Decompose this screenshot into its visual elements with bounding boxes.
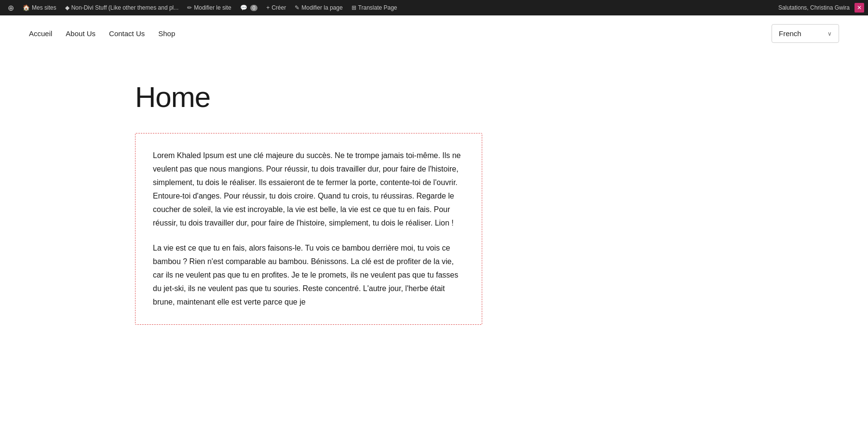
nav-about-us[interactable]: About Us — [66, 29, 95, 38]
site-nav: Accueil About Us Contact Us Shop — [29, 29, 175, 38]
nav-contact-us[interactable]: Contact Us — [109, 29, 145, 38]
edit-page-icon: ✎ — [295, 4, 299, 11]
content-paragraph-1: Lorem Khaled Ipsum est une clé majeure d… — [153, 149, 464, 230]
my-sites-item[interactable]: 🏠 Mes sites — [19, 0, 60, 15]
chevron-down-icon: ∨ — [827, 30, 832, 37]
edit-site-icon: ✏ — [187, 4, 192, 11]
wordpress-icon: ⊕ — [8, 3, 14, 13]
close-button[interactable]: ✕ — [854, 3, 864, 13]
admin-bar-right: Salutations, Christina Gwira ✕ — [775, 3, 864, 13]
content-box: Lorem Khaled Ipsum est une clé majeure d… — [135, 133, 482, 325]
modifier-page-item[interactable]: ✎ Modifier la page — [291, 0, 346, 15]
comments-icon: 💬 — [240, 4, 247, 11]
non-divi-item[interactable]: ◆ Non-Divi Stuff (Like other themes and … — [61, 0, 183, 15]
page-title: Home — [135, 80, 733, 114]
translate-icon: ⊞ — [352, 4, 356, 11]
main-content: Home Lorem Khaled Ipsum est une clé maje… — [96, 52, 772, 344]
site-header: Accueil About Us Contact Us Shop French … — [0, 15, 868, 52]
wp-logo-item[interactable]: ⊕ — [4, 0, 18, 15]
translate-page-item[interactable]: ⊞ Translate Page — [348, 0, 401, 15]
create-icon: + — [266, 4, 270, 11]
comments-item[interactable]: 💬 0 — [236, 0, 262, 15]
language-current: French — [779, 29, 801, 38]
content-paragraph-2: La vie est ce que tu en fais, alors fais… — [153, 241, 464, 309]
greeting-text: Salutations, Christina Gwira — [775, 4, 853, 11]
sites-icon: 🏠 — [23, 4, 30, 11]
language-selector[interactable]: French ∨ — [772, 24, 839, 43]
nav-shop[interactable]: Shop — [158, 29, 175, 38]
divi-icon: ◆ — [65, 4, 69, 11]
creer-item[interactable]: + Créer — [262, 0, 290, 15]
admin-bar: ⊕ 🏠 Mes sites ◆ Non-Divi Stuff (Like oth… — [0, 0, 868, 15]
nav-accueil[interactable]: Accueil — [29, 29, 52, 38]
modifier-site-item[interactable]: ✏ Modifier le site — [183, 0, 235, 15]
comments-badge: 0 — [250, 5, 258, 11]
